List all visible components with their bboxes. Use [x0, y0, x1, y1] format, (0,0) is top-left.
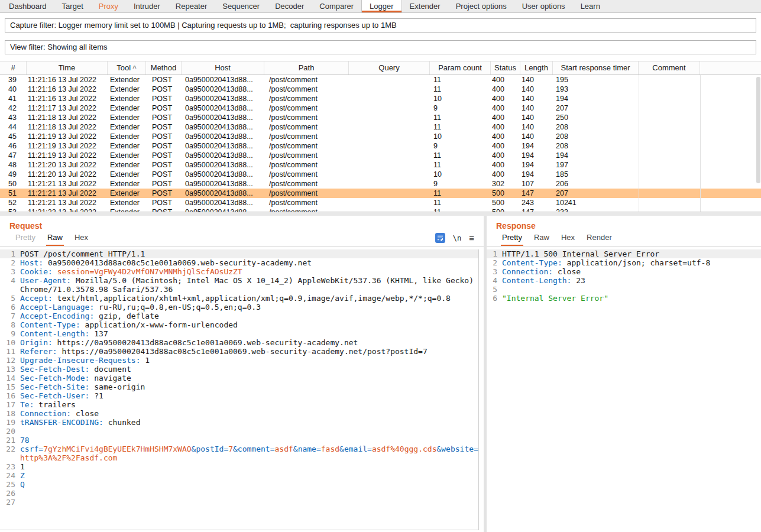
cell-status: 400 — [491, 113, 520, 122]
cell-length: 140 — [520, 85, 553, 94]
top-tab-project-options[interactable]: Project options — [448, 0, 514, 12]
cell-timer: 206 — [553, 179, 639, 189]
cell-length: 140 — [520, 75, 553, 85]
request-tab-hex[interactable]: Hex — [69, 233, 94, 246]
table-row[interactable]: 4411:21:18 13 Jul 2022ExtenderPOST0a9500… — [0, 122, 761, 132]
table-row[interactable]: 4711:21:19 13 Jul 2022ExtenderPOST0a9500… — [0, 151, 761, 160]
code-text: tRANSFER-ENCODING: chunked — [20, 418, 478, 427]
column-header-tool[interactable]: Tool^ — [108, 61, 146, 74]
table-row[interactable]: 4011:21:16 13 Jul 2022ExtenderPOST0a9500… — [0, 85, 761, 94]
table-row[interactable]: 4311:21:18 13 Jul 2022ExtenderPOST0a9500… — [0, 113, 761, 122]
top-tab-logger[interactable]: Logger — [361, 0, 401, 12]
code-text: Q — [20, 480, 478, 489]
response-tab-hex[interactable]: Hex — [555, 233, 581, 246]
column-header-length[interactable]: Length — [520, 61, 553, 74]
column-header-method[interactable]: Method — [146, 61, 182, 74]
top-tab-sequencer[interactable]: Sequencer — [215, 0, 267, 12]
code-text: Z — [20, 471, 478, 480]
line-number: 3 — [0, 267, 15, 276]
cell-tool: Extender — [108, 94, 146, 103]
table-row[interactable]: 4811:21:20 13 Jul 2022ExtenderPOST0a9500… — [0, 160, 761, 170]
response-panel: Response PrettyRawHexRender 1HTTP/1.1 50… — [487, 216, 761, 532]
top-tab-user-options[interactable]: User options — [514, 0, 573, 12]
column-header--[interactable]: # — [0, 61, 27, 74]
top-tab-intruder[interactable]: Intruder — [126, 0, 168, 12]
table-row[interactable]: 4211:21:17 13 Jul 2022ExtenderPOST0a9500… — [0, 103, 761, 113]
cell-query — [349, 170, 430, 179]
top-tab-repeater[interactable]: Repeater — [168, 0, 215, 12]
cell-tool: Extender — [108, 85, 146, 94]
column-header-status[interactable]: Status — [491, 61, 520, 74]
top-tab-dashboard[interactable]: Dashboard — [1, 0, 54, 12]
cell-host: 0a9500020413d88... — [182, 122, 264, 132]
cell-host: 0a9500020413d88... — [182, 141, 264, 151]
code-text: Sec-Fetch-User: ?1 — [20, 391, 478, 400]
column-header-start-response-timer[interactable]: Start response timer — [553, 61, 639, 74]
newline-toggle-icon[interactable]: \n — [453, 234, 461, 242]
code-line: 22csrf=7gYzhMCiFvi4gBEyUEEk7HmHSHM7xWAO&… — [0, 445, 478, 462]
top-tab-decoder[interactable]: Decoder — [267, 0, 312, 12]
cell-num: 40 — [0, 85, 27, 94]
table-row[interactable]: 5111:21:21 13 Jul 2022ExtenderPOST0a9500… — [0, 189, 761, 198]
line-number: 15 — [0, 382, 15, 391]
column-header-param-count[interactable]: Param count — [430, 61, 491, 74]
code-text: Te: trailers — [20, 400, 478, 409]
cell-host: 0a9500020413d88... — [182, 75, 264, 85]
table-row[interactable]: 3911:21:16 13 Jul 2022ExtenderPOST0a9500… — [0, 75, 761, 85]
top-tab-proxy[interactable]: Proxy — [91, 0, 126, 12]
view-filter-bar[interactable]: View filter: Showing all items — [5, 40, 756, 54]
code-line: 3Cookie: session=VgFWy4D2vMfON7vMNMhjQlS… — [0, 267, 478, 276]
top-tab-learn[interactable]: Learn — [573, 0, 608, 12]
cell-timer: 207 — [553, 189, 639, 198]
code-line: 7Accept-Encoding: gzip, deflate — [0, 312, 478, 320]
line-number: 6 — [487, 294, 497, 303]
soft-wrap-icon[interactable] — [435, 233, 445, 243]
column-header-path[interactable]: Path — [264, 61, 349, 74]
table-row[interactable]: 5311:21:22 13 Jul 2022ExtenderPOST0a9500… — [0, 207, 761, 212]
top-tab-target[interactable]: Target — [54, 0, 91, 12]
response-editor-content[interactable]: 1HTTP/1.1 500 Internal Server Error2Cont… — [487, 249, 761, 530]
request-tab-raw[interactable]: Raw — [41, 233, 69, 246]
code-line: 12Upgrade-Insecure-Requests: 1 — [0, 356, 478, 365]
cell-query — [349, 132, 430, 141]
cell-time: 11:21:16 13 Jul 2022 — [27, 94, 108, 103]
line-number: 11 — [0, 347, 15, 356]
code-line: 5Accept: text/html,application/xhtml+xml… — [0, 294, 478, 303]
response-tab-pretty[interactable]: Pretty — [496, 233, 528, 246]
cell-tool: Extender — [108, 198, 146, 207]
horizontal-splitter[interactable] — [0, 212, 761, 216]
response-tab-render[interactable]: Render — [581, 233, 618, 246]
cell-comment — [639, 132, 700, 141]
table-row[interactable]: 4111:21:16 13 Jul 2022ExtenderPOST0a9500… — [0, 94, 761, 103]
column-header-time[interactable]: Time — [27, 61, 108, 74]
table-row[interactable]: 4911:21:20 13 Jul 2022ExtenderPOST0a9500… — [0, 170, 761, 179]
cell-params: 11 — [430, 207, 491, 212]
code-line: 15Sec-Fetch-Site: same-origin — [0, 382, 478, 391]
response-tab-raw[interactable]: Raw — [528, 233, 555, 246]
capture-filter-bar[interactable]: Capture filter: Logger memory limit set … — [5, 18, 756, 33]
column-header-host[interactable]: Host — [182, 61, 264, 74]
table-row[interactable]: 5011:21:21 13 Jul 2022ExtenderPOST0a9500… — [0, 179, 761, 189]
cell-time: 11:21:21 13 Jul 2022 — [27, 198, 108, 207]
line-number: 1 — [0, 249, 15, 258]
top-tab-comparer[interactable]: Comparer — [312, 0, 361, 12]
request-panel-title: Request — [0, 216, 484, 231]
code-line: 1POST /post/comment HTTP/1.1 — [0, 249, 478, 258]
table-row[interactable]: 5211:21:21 13 Jul 2022ExtenderPOST0a9500… — [0, 198, 761, 207]
line-number: 4 — [487, 276, 497, 285]
cell-comment — [639, 113, 700, 122]
column-header-comment[interactable]: Comment — [639, 61, 700, 74]
editor-menu-icon[interactable]: ≡ — [469, 233, 474, 242]
request-editor-content[interactable]: 1POST /post/comment HTTP/1.12Host: 0a950… — [0, 249, 479, 530]
table-row[interactable]: 4511:21:19 13 Jul 2022ExtenderPOST0a9500… — [0, 132, 761, 141]
table-scrollbar[interactable] — [756, 77, 760, 183]
request-tab-pretty[interactable]: Pretty — [9, 233, 41, 246]
cell-tool: Extender — [108, 179, 146, 189]
column-header-query[interactable]: Query — [349, 61, 430, 74]
code-text: Origin: https://0a9500020413d88ac08c5c1e… — [20, 338, 478, 347]
cell-timer: 197 — [553, 160, 639, 170]
code-text: csrf=7gYzhMCiFvi4gBEyUEEk7HmHSHM7xWAO&po… — [20, 445, 478, 462]
top-tab-extender[interactable]: Extender — [402, 0, 448, 12]
table-row[interactable]: 4611:21:19 13 Jul 2022ExtenderPOST0a9500… — [0, 141, 761, 151]
cell-host: 0a9500020413d88... — [182, 160, 264, 170]
